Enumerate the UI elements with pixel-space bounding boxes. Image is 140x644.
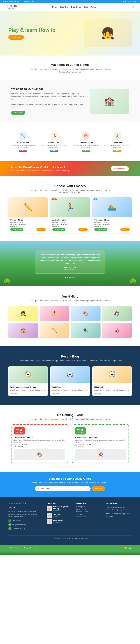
gallery-section: Our Gallery Lorem ipsum dolor sit amet, … — [0, 286, 140, 346]
footer-blog-title-2[interactable]: Study Tour — [53, 514, 61, 516]
play-icon-2[interactable]: ▶ — [68, 372, 72, 376]
dot-3[interactable] — [69, 276, 71, 278]
footer-cat-link-3[interactable]: Swimming Class — [76, 511, 88, 512]
nav-home[interactable]: Home — [52, 6, 57, 8]
creative-icon-circle: 🎨 — [82, 132, 90, 140]
creative-read-more[interactable]: Read More — [82, 150, 90, 152]
hero-headline: Play & learn How to — [8, 27, 55, 33]
enroll-sub: Lorem ipsum dolor sit amet, consectetuer… — [11, 170, 72, 172]
gallery-item-3[interactable]: 🎨 — [71, 306, 101, 321]
enroll-title: How To Enroll Your Child In A class ? — [11, 166, 72, 169]
play-icon-1[interactable]: ▶ — [26, 372, 30, 376]
yoga-title: Yoga Class — [104, 141, 130, 144]
footer-blog-title-1[interactable]: Basic Knowledge About Drawing — [53, 506, 72, 510]
gallery-item-1[interactable]: 👧 — [8, 306, 38, 321]
active-title: Active Learning — [41, 141, 67, 144]
subscribe-form: Subscribe — [35, 486, 105, 491]
subscribe-email-input[interactable] — [35, 486, 91, 491]
subscribe-btn[interactable]: Subscribe — [92, 486, 105, 491]
play-icon-3[interactable]: ▶ — [110, 372, 114, 376]
gallery-item-8[interactable]: 🎪 — [102, 323, 132, 338]
class-card-swimming: 3D 🏊 Swimming Class Child Age : 2-4 Year… — [92, 197, 132, 233]
gallery-item-7[interactable]: 🎭 — [71, 323, 101, 338]
event-1-badge: 21d October — [14, 428, 25, 434]
footer-phone: +1234567890 — [12, 520, 21, 522]
swimming-actions: Admission Now More Info — [94, 228, 130, 231]
cart-icon[interactable]: 🛒 — [132, 6, 134, 8]
dot-4[interactable] — [72, 276, 73, 278]
swimming-card-body: Swimming Class Child Age : 2-4 Years Cla… — [92, 217, 132, 233]
gallery-item-2[interactable]: 👶 — [40, 306, 69, 321]
blog-2-read-more[interactable]: Read More — [52, 393, 59, 394]
drawing-title: Drawing Class — [10, 141, 36, 144]
blog-card-1: 🎨 ▶ Sunday, Sunday 2016 Basic Knowledge … — [8, 366, 48, 396]
blog-card-1-img: 🎨 ▶ — [8, 366, 48, 382]
drawing-admission-btn[interactable]: Admission Now — [10, 228, 23, 231]
gallery-item-5[interactable]: 🏫 — [8, 323, 38, 338]
dot-5[interactable] — [74, 276, 75, 278]
footer-blog-img-3: 🎉 — [47, 519, 52, 524]
hero-enroll-btn[interactable]: Enroll Now — [8, 35, 24, 40]
nav-contact[interactable]: Contact — [90, 6, 97, 8]
enroll-contact-btn[interactable]: Contact Here — [111, 166, 129, 171]
events-section: Up Coming Event Lorem ipsum dolor sit am… — [0, 405, 140, 472]
gallery-item-4[interactable]: 📚 — [102, 306, 132, 321]
active-admission-btn[interactable]: Admission Now — [52, 228, 65, 231]
event-1-img: 🎨 — [14, 449, 65, 460]
swimming-days: Days: M- F — [94, 226, 130, 227]
swimming-more-btn[interactable]: More Info — [120, 228, 130, 231]
blog-2-title: Study Tour — [52, 386, 88, 388]
choose-classes-section: Choose Your Classes Lorem ipsum dolor si… — [0, 176, 140, 241]
class-icon-yoga: 🧘 Yoga Class Lorem ipsum dolor sit amet,… — [103, 129, 132, 154]
nav-blog-grid[interactable]: Blog Grid — [60, 6, 68, 8]
drawing-read-more[interactable]: Read More — [19, 150, 27, 152]
login-link[interactable]: Login — [122, 1, 126, 2]
blog-1-title: Basic Knowledge About Drawing — [10, 386, 46, 388]
gallery-item-6[interactable]: ✏️ — [40, 323, 69, 338]
class-icon-active: 🏃 Active Learning Lorem ipsum dolor sit … — [40, 129, 68, 154]
yoga-read-more[interactable]: Read More — [113, 150, 121, 152]
event-2-img: 🎉 — [75, 449, 126, 460]
enroll-banner: How To Enroll Your Child In A class ? Lo… — [0, 162, 140, 176]
event-1-text: Lorem ipsum dolor sit amet, consectetuer… — [14, 439, 65, 443]
class-icon-drawing: ✏️ Drawing Class Lorem ipsum dolor sit a… — [8, 129, 37, 154]
class-card-active: NEW 🏃 Active Learning Child Age : 2-4 Ye… — [50, 197, 90, 233]
drawing-class-img: ✏️ — [8, 197, 48, 217]
location-icon-1: 📍 — [14, 446, 16, 448]
classes-icons-section: ✏️ Drawing Class Lorem ipsum dolor sit a… — [0, 122, 140, 162]
events-grid: 21d October Toddler Art Exhibition Lorem… — [11, 424, 129, 463]
event-card-2: 21d October Childrens Day Celebration Lo… — [72, 424, 129, 463]
school-text-1: Lorem ipsum dolor sit amet, consectetuer… — [11, 92, 84, 101]
nav-cart[interactable]: Cart — [84, 6, 88, 8]
active-more-btn[interactable]: More Info — [78, 228, 88, 231]
dot-1[interactable] — [65, 276, 66, 278]
school-image: 🏫 — [90, 88, 129, 114]
school-read-more[interactable]: Read More — [11, 110, 25, 115]
footer-blog-title-3[interactable]: Childrens Day — [53, 520, 63, 522]
school-title: Welcome to Our School — [11, 87, 84, 90]
gallery-grid: 👧 👶 🎨 📚 🏫 ✏️ 🎭 🎪 — [8, 306, 132, 338]
footer-cat-link-2[interactable]: Active Learning — [76, 508, 87, 510]
drawing-more-btn[interactable]: More Info — [36, 228, 46, 231]
testimonial-role: Customer/Teacher — [39, 268, 101, 270]
blog-3-read-more[interactable]: Read More — [94, 393, 101, 394]
footer-cat-link-4[interactable]: Yoga Class — [76, 514, 84, 515]
yoga-icon-circle: 🧘 — [113, 132, 121, 140]
active-read-more[interactable]: Read More — [50, 150, 58, 152]
swimming-admission-btn[interactable]: Admission Now — [94, 228, 107, 231]
tweet-1: Lorem ipsum dolor sit amet, consectetuer… — [106, 506, 132, 511]
clock-icon-2: 🕐 — [75, 444, 77, 446]
footer-cat-link-5[interactable]: Creative Lesson — [76, 516, 88, 518]
dot-2[interactable] — [67, 276, 68, 278]
footer-cat-link-1[interactable]: Drawing Class — [76, 506, 86, 508]
blog-card-3: 🎉 ▶ Sunday, Sunday 2016 Childrens Day Lo… — [92, 366, 132, 396]
testimonial-section: 🌳 Lorem ipsum dolor sit amet, consectetu… — [0, 241, 140, 286]
drawing-card-title: Drawing Class — [10, 219, 46, 221]
nav-blog-single[interactable]: Blog Single — [71, 6, 81, 8]
blog-1-read-more[interactable]: Read More — [10, 393, 17, 394]
active-days: Days: M- F — [52, 226, 88, 227]
footer-blog-title: Latest Blog — [47, 502, 72, 504]
register-link[interactable]: Register — [130, 1, 136, 2]
school-text: Welcome to Our School Lorem ipsum dolor … — [11, 87, 84, 115]
active-badge: NEW — [51, 198, 57, 200]
